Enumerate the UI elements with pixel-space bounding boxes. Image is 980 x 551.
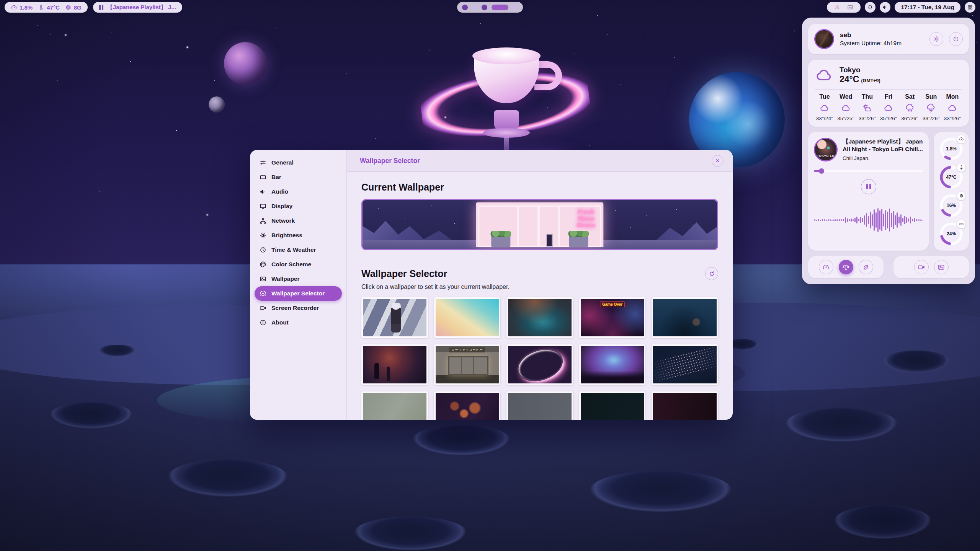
refresh-button[interactable] — [705, 267, 718, 280]
workspace-faint[interactable] — [472, 5, 477, 10]
workspace-active[interactable] — [492, 5, 508, 10]
system-uptime: System Uptime: 4h19m — [840, 40, 924, 47]
power-button[interactable] — [949, 32, 963, 46]
gauge-chip: 16% — [939, 193, 964, 218]
sidebar-item-wallpaper[interactable]: Wallpaper — [255, 272, 342, 286]
wallpaper-thumb-slate-gray[interactable] — [506, 391, 573, 420]
sidebar-item-brightness[interactable]: Brightness — [255, 228, 342, 243]
wallpaper-thumb-snowy-night-forest[interactable] — [652, 297, 718, 338]
wallpaper-grid: Game Overローファイコーヒー — [361, 297, 718, 420]
sidebar-item-time-weather[interactable]: Time & Weather — [255, 243, 342, 257]
close-button[interactable]: × — [712, 155, 724, 167]
thermo-icon — [959, 165, 964, 170]
wallpaper-thumb-particle-mesh[interactable] — [652, 344, 718, 385]
refresh-icon — [709, 271, 715, 277]
wallpaper-thumb-red-forest-figure[interactable] — [361, 344, 428, 385]
chip-icon — [959, 193, 964, 198]
weather-temp: 24°C — [840, 74, 859, 84]
track-artist: Chill Japan. — [843, 155, 923, 161]
forecast-tue: Tue33°/24° — [815, 93, 834, 121]
thermometer-icon — [38, 4, 44, 11]
pause-button[interactable] — [861, 179, 876, 194]
album-art: TOKYO LO — [814, 138, 838, 161]
workspace-faint[interactable] — [513, 5, 518, 10]
wallpaper-thumb-anime-crosswalk[interactable] — [361, 297, 428, 338]
power-profile-card — [808, 256, 884, 278]
cpu-stat: 1.8% — [11, 4, 33, 11]
track-title: 【Japanese Playlist】 Japan All Night - To… — [843, 138, 923, 153]
sidebar-item-about[interactable]: About — [255, 315, 342, 330]
wallpaper-thumb-autumn-dark[interactable] — [434, 391, 501, 420]
image-icon — [938, 264, 945, 271]
current-wallpaper-heading: Current Wallpaper — [361, 182, 718, 193]
sidebar-item-color-scheme[interactable]: Color Scheme — [255, 257, 342, 272]
wallpaper-thumb-blurred-abstract[interactable] — [506, 297, 573, 338]
wallpaper-tool-button[interactable] — [934, 260, 949, 274]
weather-timezone: (GMT+9) — [861, 78, 880, 83]
wallpaper-thumb-pastel-gradient[interactable] — [434, 297, 501, 338]
sidebar-item-network[interactable]: Network — [255, 214, 342, 228]
tray-app-icon[interactable] — [834, 4, 841, 11]
selector-description: Click on a wallpaper to set it as your c… — [361, 284, 718, 290]
now-playing-pill[interactable]: 【Japanese Playlist】 J... — [93, 2, 182, 13]
preview-chalkboard — [546, 234, 553, 247]
wallpaper-thumb-cyberpunk-arcade[interactable]: Game Over — [579, 297, 646, 338]
leaf-icon — [862, 264, 869, 271]
clock-pill[interactable]: 17:17 - Tue, 19 Aug — [895, 2, 960, 13]
gauge-gauge: 1.8% — [939, 137, 964, 161]
sidebar-item-wallpaper-selector[interactable]: Wallpaper Selector — [255, 286, 342, 301]
dashboard-button[interactable] — [965, 2, 975, 13]
sidebar-item-screen-recorder[interactable]: Screen Recorder — [255, 301, 342, 315]
preview-coffee-shop: Fresh Moon Beans — [476, 202, 603, 247]
apps-grid-icon — [967, 4, 973, 10]
settings-main: Wallpaper Selector × Current Wallpaper F… — [347, 150, 733, 420]
notifications-button[interactable] — [865, 2, 875, 13]
bar-icon — [260, 174, 266, 181]
wallpaper-thumb-lofi-coffee-shop[interactable]: ローファイコーヒー — [434, 344, 501, 385]
performance-profile-button[interactable] — [819, 260, 833, 274]
wallpaper-thumb-dark-teal[interactable] — [579, 391, 646, 420]
forecast-sun: Sun33°/26° — [921, 93, 941, 121]
selector-heading: Wallpaper Selector — [361, 268, 705, 279]
forecast-sat: Sat36°/26° — [900, 93, 920, 121]
user-card: seb System Uptime: 4h19m — [808, 24, 969, 54]
workspace-dot[interactable] — [462, 5, 468, 10]
gauge-icon — [822, 264, 830, 271]
forecast-mon: Mon33°/26° — [943, 93, 962, 121]
preview-neon-sign: Fresh Moon Beans — [576, 209, 595, 229]
sidebar-item-bar[interactable]: Bar — [255, 170, 342, 184]
memory-stat: 8G — [65, 4, 82, 11]
wallpaper-thumb-gray-green[interactable] — [361, 391, 428, 420]
sidebar-item-audio[interactable]: Audio — [255, 184, 342, 199]
sidebar-item-general[interactable]: General — [255, 155, 342, 170]
network-icon — [260, 217, 266, 224]
settings-button[interactable] — [929, 32, 943, 46]
wcloud-icon — [841, 103, 851, 113]
powersave-profile-button[interactable] — [859, 260, 873, 274]
forecast-thu: Thu33°/26° — [858, 93, 877, 121]
wallpaper-thumb-nebula-forest[interactable] — [579, 344, 646, 385]
wcloud-icon — [947, 103, 957, 113]
selector-icon — [260, 290, 266, 297]
sidebar-item-display[interactable]: Display — [255, 199, 342, 214]
seek-thumb[interactable] — [819, 168, 824, 174]
tray-image-icon[interactable] — [847, 4, 854, 11]
clock-icon — [260, 246, 266, 253]
settings-content: Current Wallpaper Fresh Moon Beans — [347, 172, 733, 420]
wallpaper-thumb-purple-light-ring[interactable] — [506, 344, 573, 385]
sidebar-list: GeneralBarAudioDisplayNetworkBrightnessT… — [255, 155, 342, 330]
temp-stat: 47°C — [38, 4, 60, 11]
wpartly-icon — [862, 103, 872, 113]
system-stats-pill[interactable]: 1.8% 47°C 8G — [5, 2, 88, 13]
volume-button[interactable] — [880, 2, 890, 13]
weather-city: Tokyo — [840, 66, 880, 74]
seek-slider[interactable] — [814, 168, 923, 174]
balanced-profile-button[interactable] — [839, 260, 853, 274]
gauge-thermo: 47°C — [939, 165, 964, 189]
thumb-caption: ローファイコーヒー — [449, 347, 485, 352]
screen-record-button[interactable] — [914, 260, 929, 274]
forecast-fri: Fri35°/26° — [879, 93, 898, 121]
disk-icon — [959, 222, 964, 227]
wallpaper-thumb-dark-maroon[interactable] — [652, 391, 718, 420]
workspace-dot[interactable] — [482, 5, 487, 10]
